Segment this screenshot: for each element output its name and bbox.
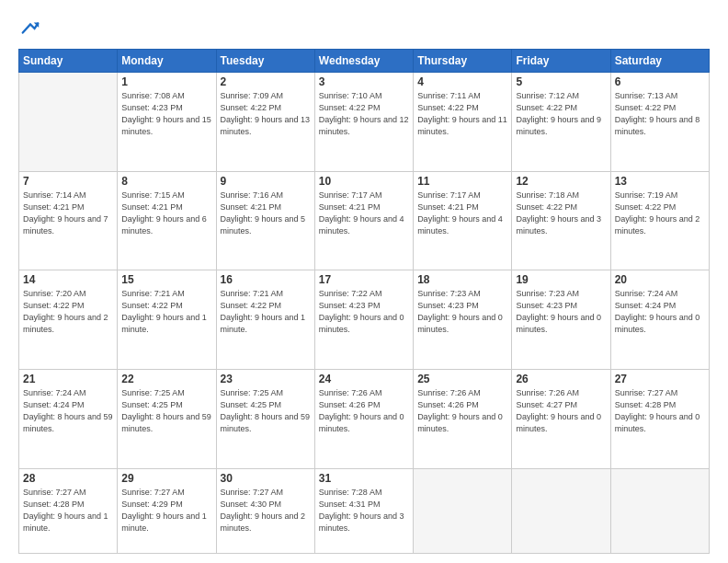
day-number: 4 <box>417 75 507 88</box>
day-number: 1 <box>121 75 211 88</box>
calendar-cell <box>610 468 709 553</box>
calendar-cell: 3Sunrise: 7:10 AMSunset: 4:22 PMDaylight… <box>314 72 413 171</box>
day-info: Sunrise: 7:15 AMSunset: 4:21 PMDaylight:… <box>121 190 211 237</box>
day-info: Sunrise: 7:09 AMSunset: 4:22 PMDaylight:… <box>221 90 311 138</box>
day-info: Sunrise: 7:20 AMSunset: 4:22 PMDaylight:… <box>23 288 113 336</box>
calendar-cell: 19Sunrise: 7:23 AMSunset: 4:23 PMDayligh… <box>512 270 610 370</box>
day-info: Sunrise: 7:23 AMSunset: 4:23 PMDaylight:… <box>417 288 507 336</box>
day-number: 20 <box>615 273 705 286</box>
calendar-cell: 27Sunrise: 7:27 AMSunset: 4:28 PMDayligh… <box>610 370 709 469</box>
calendar-header-row: SundayMondayTuesdayWednesdayThursdayFrid… <box>19 49 710 72</box>
day-number: 5 <box>516 75 606 88</box>
day-number: 7 <box>23 175 113 188</box>
day-number: 11 <box>417 175 507 188</box>
day-info: Sunrise: 7:16 AMSunset: 4:21 PMDaylight:… <box>221 190 311 237</box>
day-number: 18 <box>417 273 507 286</box>
calendar-cell: 14Sunrise: 7:20 AMSunset: 4:22 PMDayligh… <box>19 270 118 370</box>
calendar-cell: 1Sunrise: 7:08 AMSunset: 4:23 PMDaylight… <box>118 72 216 171</box>
calendar-cell <box>414 468 512 553</box>
calendar-week-row: 28Sunrise: 7:27 AMSunset: 4:28 PMDayligh… <box>19 468 710 553</box>
day-info: Sunrise: 7:17 AMSunset: 4:21 PMDaylight:… <box>417 190 507 237</box>
day-info: Sunrise: 7:26 AMSunset: 4:26 PMDaylight:… <box>319 387 409 435</box>
calendar-week-row: 7Sunrise: 7:14 AMSunset: 4:21 PMDaylight… <box>19 171 710 270</box>
calendar-cell: 20Sunrise: 7:24 AMSunset: 4:24 PMDayligh… <box>610 270 709 370</box>
day-info: Sunrise: 7:27 AMSunset: 4:28 PMDaylight:… <box>615 387 705 435</box>
calendar-cell <box>512 468 610 553</box>
day-number: 13 <box>615 175 705 188</box>
calendar-cell: 13Sunrise: 7:19 AMSunset: 4:22 PMDayligh… <box>610 171 709 270</box>
day-header-saturday: Saturday <box>610 49 709 72</box>
calendar-cell: 7Sunrise: 7:14 AMSunset: 4:21 PMDaylight… <box>19 171 118 270</box>
day-info: Sunrise: 7:12 AMSunset: 4:22 PMDaylight:… <box>516 90 606 138</box>
day-header-thursday: Thursday <box>414 49 512 72</box>
calendar-week-row: 1Sunrise: 7:08 AMSunset: 4:23 PMDaylight… <box>19 72 710 171</box>
day-info: Sunrise: 7:21 AMSunset: 4:22 PMDaylight:… <box>121 288 211 336</box>
day-info: Sunrise: 7:23 AMSunset: 4:23 PMDaylight:… <box>516 288 606 336</box>
day-header-friday: Friday <box>512 49 610 72</box>
calendar-cell: 22Sunrise: 7:25 AMSunset: 4:25 PMDayligh… <box>118 370 216 469</box>
day-header-tuesday: Tuesday <box>216 49 314 72</box>
day-number: 14 <box>23 273 113 286</box>
day-number: 28 <box>23 472 113 485</box>
calendar-cell: 31Sunrise: 7:28 AMSunset: 4:31 PMDayligh… <box>314 468 413 553</box>
day-info: Sunrise: 7:25 AMSunset: 4:25 PMDaylight:… <box>121 387 211 435</box>
calendar-week-row: 14Sunrise: 7:20 AMSunset: 4:22 PMDayligh… <box>19 270 710 370</box>
header <box>18 15 710 43</box>
day-header-monday: Monday <box>118 49 216 72</box>
day-info: Sunrise: 7:17 AMSunset: 4:21 PMDaylight:… <box>319 190 409 237</box>
calendar-cell: 30Sunrise: 7:27 AMSunset: 4:30 PMDayligh… <box>216 468 314 553</box>
day-info: Sunrise: 7:21 AMSunset: 4:22 PMDaylight:… <box>221 288 311 336</box>
day-number: 17 <box>319 273 409 286</box>
day-number: 12 <box>516 175 606 188</box>
day-number: 23 <box>221 373 311 385</box>
day-number: 9 <box>221 175 311 188</box>
day-number: 10 <box>319 175 409 188</box>
calendar-cell: 21Sunrise: 7:24 AMSunset: 4:24 PMDayligh… <box>19 370 118 469</box>
day-number: 24 <box>319 373 409 385</box>
day-info: Sunrise: 7:27 AMSunset: 4:29 PMDaylight:… <box>121 487 211 534</box>
day-info: Sunrise: 7:11 AMSunset: 4:22 PMDaylight:… <box>417 90 507 138</box>
day-info: Sunrise: 7:26 AMSunset: 4:26 PMDaylight:… <box>417 387 507 435</box>
day-info: Sunrise: 7:25 AMSunset: 4:25 PMDaylight:… <box>221 387 311 435</box>
calendar-cell: 8Sunrise: 7:15 AMSunset: 4:21 PMDaylight… <box>118 171 216 270</box>
calendar-cell: 15Sunrise: 7:21 AMSunset: 4:22 PMDayligh… <box>118 270 216 370</box>
calendar-cell <box>19 72 118 171</box>
day-info: Sunrise: 7:27 AMSunset: 4:28 PMDaylight:… <box>23 487 113 534</box>
calendar-cell: 29Sunrise: 7:27 AMSunset: 4:29 PMDayligh… <box>118 468 216 553</box>
day-info: Sunrise: 7:24 AMSunset: 4:24 PMDaylight:… <box>23 387 113 435</box>
day-number: 31 <box>319 472 409 485</box>
day-info: Sunrise: 7:18 AMSunset: 4:22 PMDaylight:… <box>516 190 606 237</box>
logo-text <box>18 18 40 43</box>
calendar-cell: 28Sunrise: 7:27 AMSunset: 4:28 PMDayligh… <box>19 468 118 553</box>
day-number: 19 <box>516 273 606 286</box>
logo <box>18 18 40 43</box>
calendar-table: SundayMondayTuesdayWednesdayThursdayFrid… <box>18 49 710 554</box>
calendar-cell: 9Sunrise: 7:16 AMSunset: 4:21 PMDaylight… <box>216 171 314 270</box>
day-info: Sunrise: 7:13 AMSunset: 4:22 PMDaylight:… <box>615 90 705 138</box>
calendar-cell: 17Sunrise: 7:22 AMSunset: 4:23 PMDayligh… <box>314 270 413 370</box>
calendar-cell: 4Sunrise: 7:11 AMSunset: 4:22 PMDaylight… <box>414 72 512 171</box>
day-number: 8 <box>121 175 211 188</box>
page: SundayMondayTuesdayWednesdayThursdayFrid… <box>0 0 728 563</box>
calendar-cell: 5Sunrise: 7:12 AMSunset: 4:22 PMDaylight… <box>512 72 610 171</box>
day-number: 15 <box>121 273 211 286</box>
day-number: 3 <box>319 75 409 88</box>
calendar-cell: 11Sunrise: 7:17 AMSunset: 4:21 PMDayligh… <box>414 171 512 270</box>
calendar-week-row: 21Sunrise: 7:24 AMSunset: 4:24 PMDayligh… <box>19 370 710 469</box>
day-info: Sunrise: 7:28 AMSunset: 4:31 PMDaylight:… <box>319 487 409 534</box>
day-info: Sunrise: 7:26 AMSunset: 4:27 PMDaylight:… <box>516 387 606 435</box>
day-info: Sunrise: 7:24 AMSunset: 4:24 PMDaylight:… <box>615 288 705 336</box>
day-number: 27 <box>615 373 705 385</box>
day-number: 6 <box>615 75 705 88</box>
day-number: 22 <box>121 373 211 385</box>
calendar-cell: 10Sunrise: 7:17 AMSunset: 4:21 PMDayligh… <box>314 171 413 270</box>
day-number: 30 <box>221 472 311 485</box>
calendar-cell: 6Sunrise: 7:13 AMSunset: 4:22 PMDaylight… <box>610 72 709 171</box>
calendar-cell: 23Sunrise: 7:25 AMSunset: 4:25 PMDayligh… <box>216 370 314 469</box>
day-info: Sunrise: 7:08 AMSunset: 4:23 PMDaylight:… <box>121 90 211 138</box>
day-info: Sunrise: 7:10 AMSunset: 4:22 PMDaylight:… <box>319 90 409 138</box>
calendar-cell: 2Sunrise: 7:09 AMSunset: 4:22 PMDaylight… <box>216 72 314 171</box>
day-number: 25 <box>417 373 507 385</box>
logo-icon <box>20 18 40 39</box>
day-info: Sunrise: 7:19 AMSunset: 4:22 PMDaylight:… <box>615 190 705 237</box>
